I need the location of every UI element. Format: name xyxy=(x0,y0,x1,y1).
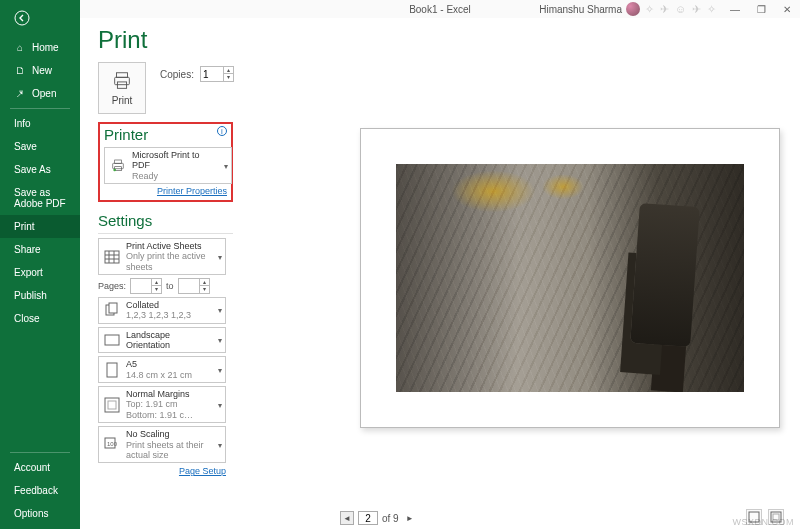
account-name: Himanshu Sharma xyxy=(539,4,622,15)
restore-button[interactable]: ❐ xyxy=(748,0,774,18)
sidebar-item-label: Share xyxy=(14,244,41,255)
sidebar-item-label: Options xyxy=(14,508,48,519)
current-page-input[interactable] xyxy=(358,511,378,525)
preview-image xyxy=(396,164,744,392)
printer-section-title: Printer xyxy=(104,126,227,143)
svg-rect-14 xyxy=(109,303,117,313)
printer-dropdown[interactable]: Microsoft Print to PDF Ready ▾ xyxy=(104,147,232,184)
window-controls: — ❐ ✕ xyxy=(722,0,800,18)
dd-sub: Only print the active sheets xyxy=(126,251,211,272)
prev-page-button[interactable]: ◄ xyxy=(340,511,354,525)
printer-name: Microsoft Print to PDF xyxy=(132,150,217,171)
print-what-dropdown[interactable]: Print Active Sheets Only print the activ… xyxy=(98,238,226,275)
sidebar-item-print[interactable]: Print xyxy=(0,215,80,238)
open-icon: ⭷ xyxy=(14,88,26,99)
sidebar-item-close[interactable]: Close xyxy=(0,307,80,330)
printer-properties-link[interactable]: Printer Properties xyxy=(104,186,227,196)
copies-input[interactable] xyxy=(201,67,223,81)
page-title: Print xyxy=(98,26,330,54)
back-button[interactable] xyxy=(0,0,80,36)
sidebar-item-export[interactable]: Export xyxy=(0,261,80,284)
printer-section-highlight: Printer i Microsoft Print to PDF Ready ▾… xyxy=(98,122,233,202)
minimize-button[interactable]: — xyxy=(722,0,748,18)
printer-icon xyxy=(109,157,127,175)
copies-down[interactable]: ▾ xyxy=(223,74,233,81)
sidebar-item-label: Print xyxy=(14,221,35,232)
account-area[interactable]: Himanshu Sharma xyxy=(539,2,640,16)
next-page-button[interactable]: ► xyxy=(403,511,417,525)
sidebar-item-label: Save As xyxy=(14,164,51,175)
paper-size-dropdown[interactable]: A5 14.8 cm x 21 cm ▾ xyxy=(98,356,226,383)
orientation-icon xyxy=(103,331,121,349)
sidebar-item-new[interactable]: 🗋 New xyxy=(0,59,80,82)
sidebar-item-label: Home xyxy=(32,42,59,53)
pages-to-label: to xyxy=(166,281,174,291)
sidebar-item-label: Feedback xyxy=(14,485,58,496)
dd-sub: Top: 1.91 cm Bottom: 1.91 c… xyxy=(126,399,211,420)
sidebar-item-account[interactable]: Account xyxy=(0,456,80,479)
svg-rect-8 xyxy=(105,251,119,263)
margins-dropdown[interactable]: Normal Margins Top: 1.91 cm Bottom: 1.91… xyxy=(98,386,226,423)
chevron-down-icon: ▾ xyxy=(218,306,222,315)
sidebar-item-label: Info xyxy=(14,118,31,129)
print-preview-area: ◄ of 9 ► WSXDN.COM xyxy=(330,18,800,529)
sidebar-item-save[interactable]: Save xyxy=(0,135,80,158)
dd-sub: 14.8 cm x 21 cm xyxy=(126,370,192,380)
dd-title: No Scaling xyxy=(126,429,211,439)
spin-up[interactable]: ▴ xyxy=(151,279,161,286)
sidebar-separator xyxy=(10,108,70,109)
sheets-icon xyxy=(103,248,121,266)
svg-rect-4 xyxy=(113,163,124,168)
svg-point-0 xyxy=(15,11,29,25)
pages-from-input[interactable] xyxy=(131,279,151,293)
copies-up[interactable]: ▴ xyxy=(223,67,233,74)
close-button[interactable]: ✕ xyxy=(774,0,800,18)
sidebar-item-label: Account xyxy=(14,462,50,473)
sidebar-item-feedback[interactable]: Feedback xyxy=(0,479,80,502)
printer-icon xyxy=(111,70,133,92)
page-navigator: ◄ of 9 ► xyxy=(340,511,417,525)
chevron-down-icon: ▾ xyxy=(218,400,222,409)
sidebar-item-options[interactable]: Options xyxy=(0,502,80,525)
dd-title: Landscape Orientation xyxy=(126,330,211,351)
sidebar-item-label: Save as Adobe PDF xyxy=(14,187,70,209)
titlebar: Book1 - Excel Himanshu Sharma ✧✈☺✈✧ — ❐ … xyxy=(80,0,800,18)
pages-label: Pages: xyxy=(98,281,126,291)
sidebar-item-home[interactable]: ⌂ Home xyxy=(0,36,80,59)
printer-status: Ready xyxy=(132,171,217,181)
back-arrow-icon xyxy=(14,10,30,26)
pages-from-spinner[interactable]: ▴▾ xyxy=(130,278,162,294)
orientation-dropdown[interactable]: Landscape Orientation ▾ xyxy=(98,327,226,354)
sidebar-item-save-as[interactable]: Save As xyxy=(0,158,80,181)
paper-icon xyxy=(103,361,121,379)
pages-to-input[interactable] xyxy=(179,279,199,293)
sidebar-item-label: Publish xyxy=(14,290,47,301)
sidebar-separator xyxy=(10,452,70,453)
collate-dropdown[interactable]: Collated 1,2,3 1,2,3 1,2,3 ▾ xyxy=(98,297,226,324)
print-button[interactable]: Print xyxy=(98,62,146,114)
page-setup-link[interactable]: Page Setup xyxy=(98,466,226,476)
svg-rect-17 xyxy=(105,398,119,412)
main-area: Print Print Copies: ▴ ▾ xyxy=(80,18,800,529)
printer-info-icon[interactable]: i xyxy=(217,126,227,136)
sidebar-item-open[interactable]: ⭷ Open xyxy=(0,82,80,105)
scaling-dropdown[interactable]: 100 No Scaling Print sheets at their act… xyxy=(98,426,226,463)
spin-down[interactable]: ▾ xyxy=(151,286,161,293)
sidebar-item-publish[interactable]: Publish xyxy=(0,284,80,307)
sidebar-item-label: Open xyxy=(32,88,56,99)
spin-up[interactable]: ▴ xyxy=(199,279,209,286)
chevron-down-icon: ▾ xyxy=(218,365,222,374)
dd-title: Collated xyxy=(126,300,191,310)
copies-spinner[interactable]: ▴ ▾ xyxy=(200,66,234,82)
sidebar-item-share[interactable]: Share xyxy=(0,238,80,261)
pages-to-spinner[interactable]: ▴▾ xyxy=(178,278,210,294)
svg-rect-15 xyxy=(105,335,119,345)
dd-sub: Print sheets at their actual size xyxy=(126,440,211,461)
preview-page xyxy=(360,128,780,428)
scaling-icon: 100 xyxy=(103,436,121,454)
chevron-down-icon: ▾ xyxy=(218,336,222,345)
sidebar-item-save-adobe-pdf[interactable]: Save as Adobe PDF xyxy=(0,181,80,215)
sidebar-item-info[interactable]: Info xyxy=(0,112,80,135)
dd-title: Print Active Sheets xyxy=(126,241,211,251)
spin-down[interactable]: ▾ xyxy=(199,286,209,293)
